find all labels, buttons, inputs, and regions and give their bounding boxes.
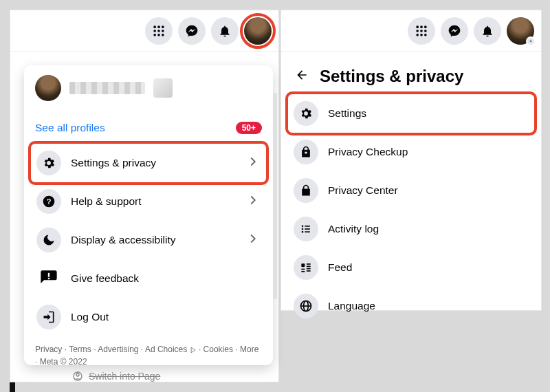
footer-meta: Meta © 2022 <box>40 357 87 367</box>
svg-point-5 <box>162 30 164 32</box>
svg-point-20 <box>424 30 427 32</box>
scrollbar[interactable] <box>273 93 277 299</box>
profile-avatar-button[interactable] <box>507 17 534 45</box>
chevron-right-icon <box>245 193 261 210</box>
footer-cookies[interactable]: Cookies <box>204 345 233 354</box>
switch-icon <box>72 371 83 382</box>
svg-text:?: ? <box>46 197 51 206</box>
switch-into-page-hint: Switch into Page <box>72 371 160 382</box>
page-title-row: Settings & privacy <box>281 52 541 94</box>
switch-into-page-label: Switch into Page <box>89 371 160 382</box>
footer-links: Privacy · Terms · Advertising · Ad Choic… <box>24 336 273 373</box>
page-title: Settings & privacy <box>320 67 463 86</box>
list-icon <box>294 217 318 241</box>
lock-icon <box>294 178 318 203</box>
svg-rect-32 <box>301 271 305 272</box>
menu-label: Help & support <box>71 195 236 208</box>
account-menu: Settings & privacy ? Help & support Disp… <box>24 144 273 336</box>
menu-item-help-support[interactable]: ? Help & support <box>31 182 266 221</box>
messenger-button[interactable] <box>441 17 468 45</box>
svg-point-7 <box>157 34 160 36</box>
svg-point-22 <box>420 34 423 36</box>
menu-label: Feed <box>328 261 529 274</box>
svg-point-15 <box>416 25 419 28</box>
logout-icon <box>36 305 61 329</box>
menu-label: Privacy Checkup <box>328 146 529 158</box>
help-icon: ? <box>36 189 61 214</box>
adchoices-icon <box>190 347 197 353</box>
footer-ad-choices[interactable]: Ad Choices <box>145 345 187 354</box>
svg-rect-34 <box>307 266 311 268</box>
see-all-profiles-row[interactable]: See all profiles 50+ <box>24 115 273 144</box>
lock-heart-icon <box>294 140 318 164</box>
footer-advertising[interactable]: Advertising <box>98 345 138 354</box>
svg-point-26 <box>302 231 304 233</box>
see-all-profiles-link[interactable]: See all profiles <box>35 122 105 134</box>
svg-point-25 <box>302 228 304 230</box>
menu-label: Display & accessibility <box>71 234 236 246</box>
menu-item-log-out[interactable]: Log Out <box>31 298 266 336</box>
svg-point-0 <box>153 25 156 28</box>
notifications-button[interactable] <box>211 17 239 45</box>
chevron-right-icon <box>245 154 261 172</box>
globe-icon <box>294 294 318 318</box>
topbar <box>10 10 278 52</box>
footer-more[interactable]: More <box>240 345 258 354</box>
moon-icon <box>36 228 61 252</box>
footer-privacy[interactable]: Privacy <box>35 345 62 354</box>
svg-point-4 <box>157 30 160 32</box>
svg-rect-31 <box>301 269 305 270</box>
topbar <box>281 10 541 52</box>
svg-point-21 <box>416 34 419 36</box>
menu-item-display-accessibility[interactable]: Display & accessibility <box>31 221 266 259</box>
arrow-left-icon <box>295 68 309 82</box>
svg-point-1 <box>157 25 160 28</box>
menu-item-language[interactable]: Language <box>288 287 534 325</box>
menu-label: Privacy Center <box>328 184 529 197</box>
messenger-icon <box>185 24 199 38</box>
svg-point-17 <box>424 25 427 28</box>
svg-point-19 <box>420 30 423 32</box>
grid-icon <box>415 24 428 38</box>
menu-item-feed[interactable]: Feed <box>288 248 534 287</box>
svg-point-8 <box>162 34 164 36</box>
svg-rect-35 <box>307 268 311 270</box>
avatar <box>35 75 61 101</box>
back-button[interactable] <box>295 68 309 85</box>
menu-grid-button[interactable] <box>408 17 435 45</box>
profile-name-redacted <box>69 82 145 94</box>
messenger-icon <box>448 24 461 38</box>
svg-rect-28 <box>305 228 310 230</box>
menu-item-activity-log[interactable]: Activity log <box>288 210 534 248</box>
notifications-button[interactable] <box>474 17 501 45</box>
menu-grid-button[interactable] <box>145 17 173 45</box>
menu-label: Settings <box>328 107 529 120</box>
account-dropdown-card: See all profiles 50+ Settings & privacy … <box>24 65 273 365</box>
menu-item-privacy-center[interactable]: Privacy Center <box>288 171 534 210</box>
feedback-icon <box>36 266 61 291</box>
svg-rect-30 <box>301 263 305 267</box>
menu-item-settings[interactable]: Settings <box>288 94 534 133</box>
menu-label: Log Out <box>71 311 261 323</box>
menu-item-settings-privacy[interactable]: Settings & privacy <box>31 144 266 182</box>
menu-label: Language <box>328 300 529 312</box>
feed-icon <box>294 255 318 280</box>
profile-row[interactable] <box>24 65 273 107</box>
menu-label: Settings & privacy <box>71 157 236 169</box>
profile-avatar-button[interactable] <box>244 17 272 45</box>
grid-icon <box>152 24 166 38</box>
chevron-right-icon <box>245 231 261 249</box>
svg-point-2 <box>162 25 164 28</box>
menu-item-privacy-checkup[interactable]: Privacy Checkup <box>288 133 534 171</box>
page-thumbnail <box>153 78 173 98</box>
svg-point-16 <box>420 25 423 28</box>
gear-icon <box>36 151 61 175</box>
menu-label: Give feedback <box>71 272 261 285</box>
bell-icon <box>481 24 494 38</box>
footer-terms[interactable]: Terms <box>69 345 91 354</box>
messenger-button[interactable] <box>178 17 206 45</box>
svg-point-23 <box>424 34 427 36</box>
svg-rect-12 <box>48 278 50 279</box>
menu-item-give-feedback[interactable]: Give feedback <box>31 259 266 298</box>
svg-rect-27 <box>305 226 310 227</box>
